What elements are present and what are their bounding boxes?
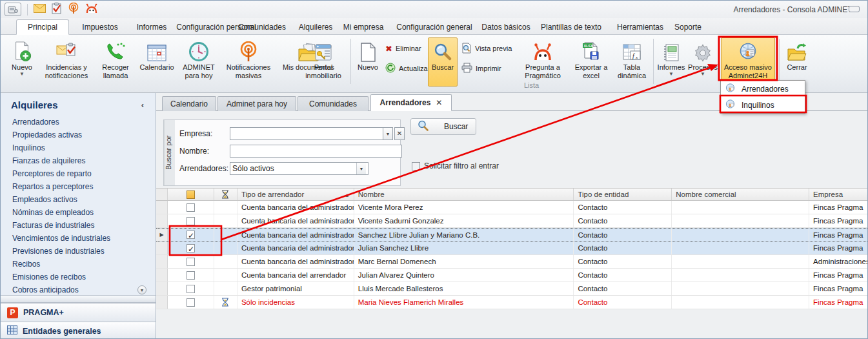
tab-informes[interactable]: Informes: [130, 20, 174, 35]
acceso-masivo-adminet24h-button[interactable]: Acceso masivo Adminet24H ▼: [721, 37, 775, 87]
tab-configuracion-general[interactable]: Configuración general: [393, 20, 476, 35]
doc-tab-calendario[interactable]: Calendario: [162, 96, 216, 111]
menu-item-inquilinos[interactable]: Inquilinos: [721, 97, 805, 113]
table-row[interactable]: Cuenta bancaria del administrador Marc B…: [156, 255, 868, 269]
table-row-selected[interactable]: Cuenta bancaria del administrador Julian…: [156, 241, 868, 255]
row-select-cell[interactable]: [168, 269, 214, 282]
column-header-comercial[interactable]: Nombre comercial: [672, 189, 809, 200]
sidebar-item-recibos[interactable]: Recibos: [1, 258, 156, 271]
tab-datos-basicos[interactable]: Datos básicos: [477, 20, 535, 35]
tab-impuestos[interactable]: Impuestos: [73, 20, 127, 35]
empresa-input[interactable]: [230, 127, 383, 140]
row-select-cell[interactable]: [168, 296, 214, 309]
row-checkbox[interactable]: [187, 217, 195, 225]
sidebar-item-previsiones[interactable]: Previsiones de industriales: [1, 245, 156, 258]
row-select-cell[interactable]: [168, 241, 214, 254]
tab-soporte[interactable]: Soporte: [669, 20, 707, 35]
row-checkbox[interactable]: [187, 203, 195, 212]
sidebar-section-entidades-generales[interactable]: Entidades generales: [1, 322, 156, 339]
sidebar-item-propiedades-activas[interactable]: Propiedades activas: [1, 128, 156, 141]
arrendadores-select[interactable]: Sólo activos ▼: [230, 162, 368, 175]
column-header-empresa[interactable]: Empresa: [809, 189, 868, 200]
row-checkbox[interactable]: [187, 298, 195, 307]
collapse-chevron-icon[interactable]: ‹: [141, 100, 144, 110]
eliminar-button[interactable]: ✖ Eliminar: [385, 41, 430, 56]
column-header-nombre[interactable]: Nombre: [354, 189, 574, 200]
doc-tab-arrendadores[interactable]: Arrendadores✕: [370, 94, 452, 111]
table-row[interactable]: Cuenta bancaria del arrendador Julian Al…: [156, 269, 868, 282]
tab-herramientas[interactable]: Herramientas: [612, 20, 668, 35]
column-header-tipo[interactable]: Tipo de arrendador▲: [237, 189, 354, 200]
sidebar-item-cobros-anticipados[interactable]: ▼ Cobros anticipados: [1, 283, 156, 296]
pregunta-pragmatico-button[interactable]: Pregunta a Pragmático: [517, 37, 569, 87]
sidebar-item-fianzas[interactable]: Fianzas de alquileres: [1, 154, 156, 167]
solicitar-filtro-checkbox[interactable]: [412, 162, 420, 170]
sidebar-item-facturas[interactable]: Facturas de industriales: [1, 219, 156, 232]
imprimir-button[interactable]: Imprimir: [461, 61, 512, 76]
scroll-down-icon[interactable]: ▼: [137, 285, 146, 294]
nuevo-lista-button[interactable]: Nuevo: [353, 37, 383, 87]
sidebar-item-nominas[interactable]: Nóminas de empleados: [1, 206, 156, 219]
tab-plantillas-de-texto[interactable]: Plantillas de texto: [535, 20, 607, 35]
tab-alquileres[interactable]: Alquileres: [291, 20, 340, 35]
incidencias-notificaciones-button[interactable]: Incidencias y notificaciones: [38, 37, 95, 87]
calendario-button[interactable]: Calendario: [136, 37, 177, 87]
solicitar-filtro-row[interactable]: Solicitar filtro al entrar: [412, 161, 499, 170]
sidebar-item-arrendadores[interactable]: Arrendadores: [1, 116, 156, 128]
close-tab-icon[interactable]: ✕: [436, 98, 442, 107]
row-checkbox-checked[interactable]: [187, 231, 195, 239]
select-dropdown-icon[interactable]: ▼: [356, 163, 366, 174]
table-row[interactable]: Gestor patrimonial Lluis Mercade Ballest…: [156, 282, 868, 296]
row-checkbox[interactable]: [187, 258, 195, 266]
notificaciones-masivas-button[interactable]: Notificaciones masivas: [220, 37, 277, 87]
nombre-input[interactable]: [230, 145, 402, 158]
tab-comunidades[interactable]: Comunidades: [233, 20, 291, 35]
sidebar-item-emisiones[interactable]: Emisiones de recibos: [1, 271, 156, 283]
sidebar-item-empleados[interactable]: Empleados activos: [1, 193, 156, 206]
table-row-incidents[interactable]: Sólo incidencias Maria Nieves Flamerich …: [156, 296, 868, 309]
table-row[interactable]: Cuenta bancaria del administrador Vicent…: [156, 214, 868, 228]
menu-item-arrendadores[interactable]: Arrendadores: [721, 81, 805, 97]
row-select-cell[interactable]: [168, 214, 214, 227]
broadcast-icon[interactable]: [68, 3, 79, 16]
table-row-selected[interactable]: ▶ Cuenta bancaria del administrador Sanc…: [156, 228, 868, 241]
select-all-header[interactable]: [168, 189, 214, 200]
row-checkbox[interactable]: [187, 271, 195, 280]
table-row[interactable]: Cuenta bancaria del administrador Vicent…: [156, 201, 868, 214]
row-checkbox[interactable]: [187, 285, 195, 293]
sidebar-item-repartos[interactable]: Repartos a perceptores: [1, 180, 156, 193]
row-select-cell[interactable]: [168, 282, 214, 295]
app-icon[interactable]: [5, 3, 21, 16]
sidebar-item-vencimientos[interactable]: Vencimientos de industriales: [1, 232, 156, 245]
sidebar-splitter[interactable]: [1, 295, 156, 303]
sidebar-item-perceptores[interactable]: Perceptores de reparto: [1, 167, 156, 180]
tab-principal[interactable]: Principal: [16, 19, 69, 35]
buscar-button[interactable]: Buscar: [428, 37, 458, 87]
vista-previa-button[interactable]: Vista previa: [461, 41, 512, 56]
row-select-cell[interactable]: [168, 201, 214, 214]
empresa-dropdown-icon[interactable]: ▼: [383, 127, 393, 140]
sidebar-item-inquilinos[interactable]: Inquilinos: [1, 141, 156, 154]
robot-icon[interactable]: [85, 3, 98, 16]
nuevo-button[interactable]: Nuevo ▼: [7, 37, 37, 87]
portal-inmobiliario-button[interactable]: Portal inmobiliario: [299, 37, 348, 87]
row-select-cell[interactable]: [168, 229, 214, 241]
select-all-checkbox[interactable]: [187, 190, 195, 199]
informes-button[interactable]: Informes ▼: [655, 37, 687, 87]
row-checkbox-checked[interactable]: [187, 244, 195, 252]
mail-icon[interactable]: [34, 4, 46, 15]
doc-tab-adminet-para-hoy[interactable]: Adminet para hoy: [217, 96, 296, 111]
exportar-excel-button[interactable]: XLSX Exportar a excel: [571, 37, 611, 87]
hourglass-column-header[interactable]: [214, 189, 237, 200]
sidebar-section-pragma[interactable]: P PRAGMA+: [1, 303, 156, 322]
row-select-cell[interactable]: [168, 255, 214, 268]
buscar-form-button[interactable]: Buscar: [410, 118, 476, 135]
column-header-entidad[interactable]: Tipo de entidad: [574, 189, 672, 200]
cerrar-button[interactable]: Cerrar: [782, 37, 812, 87]
actualizar-button[interactable]: Actualizar: [385, 61, 430, 76]
clipboard-check-icon[interactable]: [52, 3, 62, 16]
adminet-para-hoy-button[interactable]: ADMINET para hoy: [179, 37, 219, 87]
tabla-dinamica-button[interactable]: fx Tabla dinámica: [612, 37, 651, 87]
procesos-button[interactable]: Procesos ▼: [687, 37, 718, 87]
empresa-clear-icon[interactable]: ✕: [394, 127, 405, 140]
